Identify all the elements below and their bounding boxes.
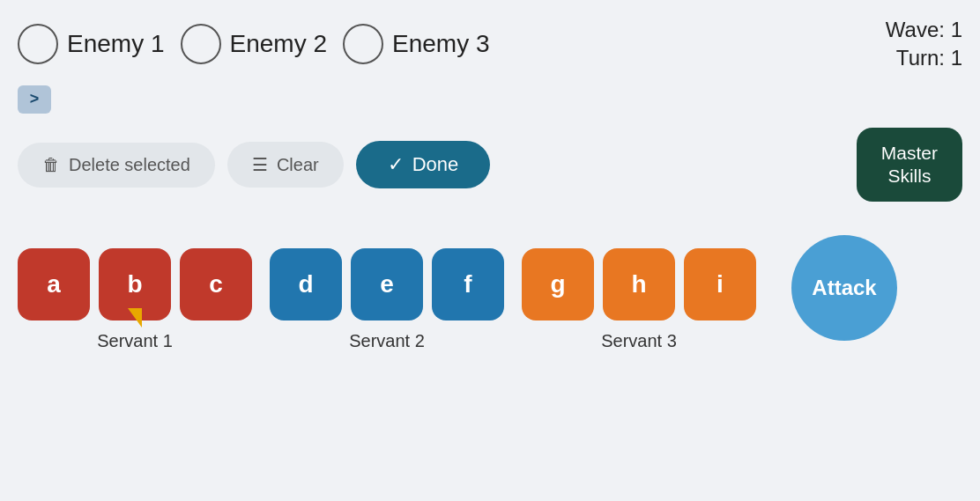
master-skills-button[interactable]: MasterSkills (857, 128, 962, 203)
enemy-1-circle[interactable] (18, 24, 58, 64)
delete-label: Delete selected (69, 155, 190, 175)
servant-3-name: Servant 3 (601, 331, 677, 351)
servant-3-card-i[interactable]: i (684, 248, 756, 320)
card-e-label: e (380, 270, 394, 298)
card-a-label: a (47, 270, 61, 298)
master-skills-label: MasterSkills (881, 143, 938, 186)
enemy-1-label: Enemy 1 (67, 30, 165, 58)
servant-2-card-d[interactable]: d (270, 248, 342, 320)
servant-2-card-f[interactable]: f (432, 248, 504, 320)
card-b-label: b (127, 270, 142, 298)
clear-button[interactable]: ☰ Clear (227, 142, 344, 188)
wave-label: Wave: 1 (886, 16, 962, 44)
arrow-button[interactable]: > (18, 85, 51, 114)
action-bar: 🗑 Delete selected ☰ Clear ✓ Done MasterS… (0, 121, 980, 210)
servant-1-card-b[interactable]: b (99, 248, 171, 320)
servant-2-name: Servant 2 (349, 331, 425, 351)
delete-selected-button[interactable]: 🗑 Delete selected (18, 143, 215, 188)
servants-area: a b c Servant 1 d e f Servant 2 (0, 209, 980, 369)
servant-1-cards: a b c (18, 248, 252, 320)
attack-button[interactable]: Attack (791, 235, 897, 341)
turn-label: Turn: 1 (886, 44, 962, 72)
card-c-label: c (209, 270, 223, 298)
enemy-2-label: Enemy 2 (230, 30, 328, 58)
card-f-label: f (464, 270, 471, 298)
card-g-label: g (550, 270, 565, 298)
done-button[interactable]: ✓ Done (356, 141, 491, 188)
enemy-2-item[interactable]: Enemy 2 (181, 24, 328, 64)
servant-1-name: Servant 1 (97, 331, 173, 351)
top-bar: Enemy 1 Enemy 2 Enemy 3 Wave: 1 Turn: 1 (0, 0, 980, 82)
checkmark-icon: ✓ (388, 153, 404, 176)
servant-2-cards: d e f (270, 248, 504, 320)
done-label: Done (412, 153, 459, 176)
card-d-label: d (298, 270, 313, 298)
servant-2-group: d e f Servant 2 (270, 248, 504, 351)
servant-1-group: a b c Servant 1 (18, 248, 252, 351)
lines-icon: ☰ (252, 154, 268, 175)
servant-2-card-e[interactable]: e (351, 248, 423, 320)
enemy-3-label: Enemy 3 (392, 30, 490, 58)
servant-3-group: g h i Servant 3 (522, 248, 756, 351)
servant-3-card-h[interactable]: h (603, 248, 675, 320)
enemy-1-item[interactable]: Enemy 1 (18, 24, 165, 64)
card-b-pointer (128, 308, 142, 328)
clear-label: Clear (277, 155, 319, 175)
servant-3-cards: g h i (522, 248, 756, 320)
attack-label: Attack (812, 276, 876, 300)
enemy-2-circle[interactable] (181, 24, 221, 64)
card-h-label: h (631, 270, 646, 298)
arrow-icon: > (30, 90, 40, 108)
servant-3-card-g[interactable]: g (522, 248, 594, 320)
card-i-label: i (716, 270, 724, 298)
enemy-3-item[interactable]: Enemy 3 (343, 24, 490, 64)
servant-1-card-a[interactable]: a (18, 248, 90, 320)
servant-1-card-c[interactable]: c (180, 248, 252, 320)
wave-turn-info: Wave: 1 Turn: 1 (886, 16, 962, 73)
trash-icon: 🗑 (42, 155, 60, 175)
enemy-3-circle[interactable] (343, 24, 383, 64)
